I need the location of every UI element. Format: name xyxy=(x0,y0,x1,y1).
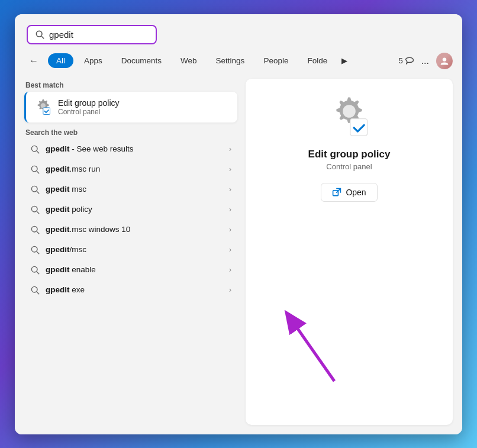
arrow-icon: › xyxy=(229,165,231,173)
app-subtitle-large: Control panel xyxy=(326,162,372,171)
list-item[interactable]: gpedit msc › xyxy=(24,179,237,199)
tab-apps[interactable]: Apps xyxy=(76,53,111,68)
app-title-large: Edit group policy xyxy=(308,149,391,160)
svg-line-10 xyxy=(37,191,39,194)
open-label: Open xyxy=(346,188,366,197)
search-web-icon xyxy=(30,165,40,174)
svg-point-15 xyxy=(31,246,37,252)
svg-point-9 xyxy=(31,186,37,192)
svg-point-19 xyxy=(31,286,37,292)
right-panel: Edit group policy Control panel Open xyxy=(246,79,453,425)
search-web-icon xyxy=(30,285,40,295)
filter-tabs-row: ← All Apps Documents Web Settings People… xyxy=(15,50,462,74)
svg-point-7 xyxy=(31,166,37,172)
svg-point-17 xyxy=(31,266,37,272)
svg-line-25 xyxy=(293,322,334,381)
user-avatar[interactable] xyxy=(436,53,453,69)
gpedit-app-icon-small xyxy=(34,98,51,116)
arrow-icon: › xyxy=(229,225,231,234)
svg-point-5 xyxy=(31,146,37,152)
best-match-label: Best match xyxy=(24,81,237,89)
best-match-text: Edit group policy Control panel xyxy=(58,98,230,116)
list-item[interactable]: gpedit policy › xyxy=(24,199,237,220)
search-web-icon xyxy=(30,225,40,234)
search-web-icon xyxy=(30,185,40,194)
search-bar-row xyxy=(15,14,462,50)
web-result-text: gpedit.msc run xyxy=(46,165,223,173)
more-options-button[interactable]: ... xyxy=(419,53,431,69)
web-result-text: gpedit exe xyxy=(46,285,223,294)
web-section-label: Search the web xyxy=(24,128,237,137)
search-window: ← All Apps Documents Web Settings People… xyxy=(15,14,462,434)
svg-point-0 xyxy=(36,31,42,37)
svg-point-13 xyxy=(31,226,37,232)
open-button[interactable]: Open xyxy=(321,183,377,202)
best-match-card[interactable]: Edit group policy Control panel xyxy=(24,92,237,123)
tab-people[interactable]: People xyxy=(255,53,296,68)
avatar-icon xyxy=(440,56,449,66)
web-result-text: gpedit.msc windows 10 xyxy=(46,225,223,234)
best-match-icon xyxy=(33,98,52,117)
search-input[interactable] xyxy=(49,30,138,40)
search-web-icon xyxy=(30,245,40,254)
tab-right-group: 5 ... xyxy=(398,53,453,69)
best-match-subtitle: Control panel xyxy=(58,108,230,116)
svg-line-16 xyxy=(37,252,39,254)
search-icon xyxy=(35,30,44,39)
feedback-count: 5 xyxy=(398,56,414,66)
tab-settings[interactable]: Settings xyxy=(208,53,253,68)
svg-rect-22 xyxy=(350,118,368,136)
search-web-icon xyxy=(30,205,40,214)
list-item[interactable]: gpedit/msc › xyxy=(24,240,237,260)
search-input-wrapper[interactable] xyxy=(27,25,157,44)
svg-line-8 xyxy=(37,171,39,173)
web-result-text: gpedit msc xyxy=(46,185,223,194)
list-item[interactable]: gpedit.msc windows 10 › xyxy=(24,220,237,240)
list-item[interactable]: gpedit.msc run › xyxy=(24,159,237,179)
arrow-svg xyxy=(281,310,352,387)
back-button[interactable]: ← xyxy=(24,53,43,69)
svg-line-20 xyxy=(37,292,39,294)
arrow-icon: › xyxy=(229,185,231,194)
arrow-icon: › xyxy=(229,246,231,254)
svg-point-2 xyxy=(443,57,446,61)
svg-line-1 xyxy=(41,36,44,38)
arrow-icon: › xyxy=(229,266,231,274)
list-item[interactable]: gpedit exe › xyxy=(24,280,237,300)
app-icon-large xyxy=(325,93,373,140)
gpedit-app-icon-large xyxy=(328,95,370,138)
svg-line-18 xyxy=(37,272,39,274)
web-result-text: gpedit enable xyxy=(46,265,223,274)
search-web-icon xyxy=(30,144,40,154)
web-results-list: gpedit - See web results › gpedit.msc ru… xyxy=(24,139,237,300)
svg-line-14 xyxy=(37,231,39,234)
tab-folders[interactable]: Folde xyxy=(299,53,336,68)
svg-point-11 xyxy=(31,206,37,212)
arrow-icon: › xyxy=(229,286,231,294)
arrow-icon: › xyxy=(229,205,231,214)
arrow-icon: › xyxy=(229,145,231,153)
best-match-title: Edit group policy xyxy=(58,98,230,108)
web-result-text: gpedit policy xyxy=(46,205,223,214)
tab-web[interactable]: Web xyxy=(172,53,205,68)
tab-documents[interactable]: Documents xyxy=(113,53,170,68)
svg-line-12 xyxy=(37,211,39,214)
more-tabs-button[interactable]: ▶ xyxy=(338,54,351,67)
search-web-icon xyxy=(30,265,40,275)
list-item[interactable]: gpedit enable › xyxy=(24,260,237,280)
list-item[interactable]: gpedit - See web results › xyxy=(24,139,237,159)
feedback-icon xyxy=(405,56,414,66)
external-link-icon xyxy=(332,188,341,197)
web-result-text: gpedit - See web results xyxy=(46,144,223,153)
content-area: Best match Edit group polic xyxy=(15,74,462,434)
svg-point-21 xyxy=(343,105,356,118)
svg-line-6 xyxy=(37,151,39,153)
left-panel: Best match Edit group polic xyxy=(24,79,237,425)
web-result-text: gpedit/msc xyxy=(46,245,223,254)
arrow-annotation xyxy=(281,310,352,389)
tab-all[interactable]: All xyxy=(48,53,73,68)
